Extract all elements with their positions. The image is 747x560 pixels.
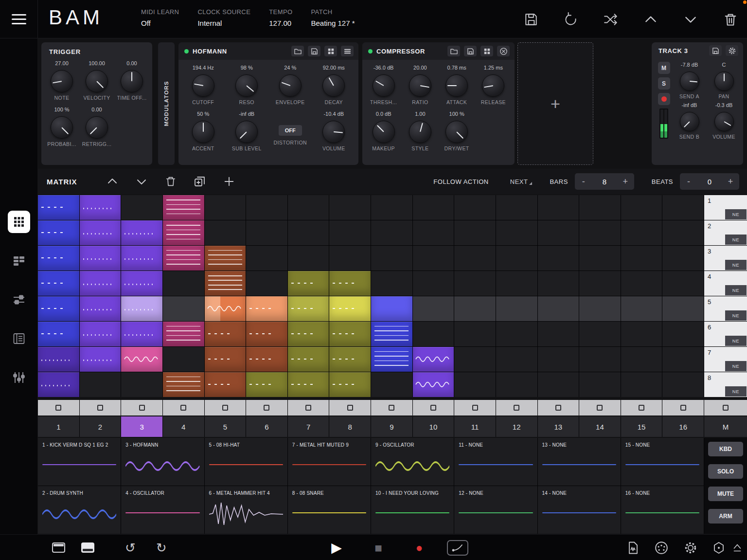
clip-cell[interactable]	[246, 195, 287, 220]
scene-cell[interactable]: 2NE	[704, 220, 747, 245]
menu-button[interactable]	[0, 0, 38, 38]
clip-cell[interactable]	[579, 246, 621, 271]
clip-cell[interactable]	[621, 246, 662, 271]
panel-layout-bottom-icon[interactable]	[78, 535, 97, 560]
knob-envelope[interactable]: 24 %ENVELOPE	[268, 63, 312, 106]
clip-cell[interactable]	[163, 372, 204, 397]
clip-cell[interactable]	[329, 322, 371, 346]
knob-dial[interactable]	[680, 72, 699, 91]
clip-cell[interactable]	[538, 296, 579, 321]
clip-cell[interactable]	[329, 372, 371, 397]
clip-cell[interactable]	[288, 220, 329, 245]
undo-icon[interactable]: ↺	[121, 535, 140, 560]
knob-send-b[interactable]: -inf dBSEND B	[672, 100, 707, 141]
solo-button[interactable]: SOLO	[708, 464, 743, 479]
clip-cell[interactable]	[454, 246, 496, 271]
clip-cell[interactable]	[579, 322, 621, 346]
clip-cell[interactable]	[371, 220, 412, 245]
clip-cell[interactable]	[205, 322, 246, 346]
clip-cell[interactable]	[329, 347, 371, 372]
clip-cell[interactable]	[288, 322, 329, 346]
clip-cell[interactable]	[329, 195, 371, 220]
chevron-up-icon[interactable]	[643, 12, 658, 27]
clip-cell[interactable]	[662, 347, 704, 372]
knob-dial[interactable]	[51, 70, 73, 92]
add-device-slot[interactable]: +	[517, 42, 593, 165]
scene-delete-icon[interactable]	[163, 174, 178, 189]
clip-cell[interactable]	[205, 220, 246, 245]
clip-cell[interactable]	[538, 347, 579, 372]
clip-cell[interactable]	[288, 271, 329, 296]
shuffle-icon[interactable]	[603, 12, 619, 27]
clip-cell[interactable]	[371, 296, 412, 321]
track-name-cell[interactable]: 2 - DRUM SYNTH	[38, 486, 121, 534]
play-button[interactable]: ▶	[326, 535, 347, 560]
clip-cell[interactable]	[496, 372, 537, 397]
track-number-cell[interactable]: 3	[121, 416, 162, 437]
clip-cell[interactable]	[205, 347, 246, 372]
mute-button[interactable]: MUTE	[708, 487, 743, 501]
save-patch-button[interactable]	[523, 12, 539, 27]
clock-source-field[interactable]: CLOCK SOURCE Internal	[197, 8, 250, 27]
song-view-icon[interactable]	[8, 327, 30, 350]
knob-decay[interactable]: 92.00 msDECAY	[312, 63, 356, 106]
clip-cell[interactable]	[329, 271, 371, 296]
clip-cell[interactable]	[246, 347, 287, 372]
track-name-cell[interactable]: 11 - NONE	[454, 438, 537, 486]
clip-cell[interactable]	[329, 246, 371, 271]
clip-cell[interactable]	[38, 347, 79, 372]
arm-button[interactable]: ARM	[708, 509, 743, 524]
clip-cell[interactable]	[329, 296, 371, 321]
knob-dial[interactable]	[445, 121, 468, 143]
track-solo-button[interactable]: S	[658, 77, 670, 90]
scene-cell[interactable]: 7NE	[704, 347, 747, 372]
clip-cell[interactable]	[579, 195, 621, 220]
record-button[interactable]: ●	[409, 535, 430, 560]
track-name-cell[interactable]: 13 - NONE	[538, 438, 621, 486]
clip-cell[interactable]	[454, 372, 496, 397]
clip-cell[interactable]	[621, 195, 662, 220]
knob-reso[interactable]: 98 %RESO	[225, 63, 269, 106]
scene-duplicate-icon[interactable]	[193, 174, 207, 189]
clip-cell[interactable]	[38, 246, 79, 271]
knob-send-a[interactable]: -7.8 dBSEND A	[672, 60, 707, 100]
track-record-arm-button[interactable]	[658, 93, 670, 105]
clip-cell[interactable]	[163, 246, 204, 271]
knob-thresh[interactable]: -36.0 dBTHRESH...	[365, 63, 402, 106]
beats-decrement-button[interactable]: -	[680, 177, 697, 187]
clip-cell[interactable]	[80, 347, 121, 372]
knob-sub-level[interactable]: -inf dBSUB LEVEL	[225, 109, 269, 152]
clip-cell[interactable]	[621, 372, 662, 397]
knob-dial[interactable]	[322, 74, 345, 97]
clip-cell[interactable]	[163, 296, 204, 321]
clip-cell[interactable]	[121, 271, 162, 296]
track-number-cell[interactable]: 9	[371, 416, 412, 437]
clip-cell[interactable]	[38, 195, 79, 220]
knob-dial[interactable]	[279, 74, 302, 97]
clip-cell[interactable]	[579, 220, 621, 245]
clip-cell[interactable]	[579, 296, 621, 321]
clip-stop-cell[interactable]	[371, 400, 412, 415]
knob-dial[interactable]	[714, 112, 734, 131]
knob-probabi[interactable]: 100 %PROBABI...	[44, 105, 79, 148]
scene-move-down-icon[interactable]	[134, 174, 149, 189]
clip-cell[interactable]	[454, 322, 496, 346]
track-number-cell[interactable]: 2	[80, 416, 121, 437]
clip-cell[interactable]	[80, 271, 121, 296]
knob-velocity[interactable]: 100.00VELOCITY	[79, 58, 114, 102]
close-device-icon[interactable]	[497, 46, 510, 56]
clip-cell[interactable]	[288, 372, 329, 397]
clip-cell[interactable]	[246, 296, 287, 321]
scene-cell[interactable]: 8NE	[704, 372, 747, 397]
knob-ratio[interactable]: 20.00RATIO	[402, 63, 438, 106]
clip-cell[interactable]	[413, 296, 454, 321]
track-name-cell[interactable]: 7 - METAL HIT MUTED 9	[288, 438, 371, 486]
clip-stop-cell[interactable]	[454, 400, 496, 415]
clip-cell[interactable]	[579, 372, 621, 397]
midi-learn-field[interactable]: MIDI LEARN Off	[141, 8, 179, 27]
knob-dry-wet[interactable]: 100 %DRY/WET	[439, 109, 475, 152]
clip-cell[interactable]	[621, 296, 662, 321]
step-sequencer-view-icon[interactable]	[8, 250, 30, 272]
track-number-cell[interactable]: 13	[538, 416, 579, 437]
knob-note[interactable]: 27.00NOTE	[44, 58, 79, 102]
